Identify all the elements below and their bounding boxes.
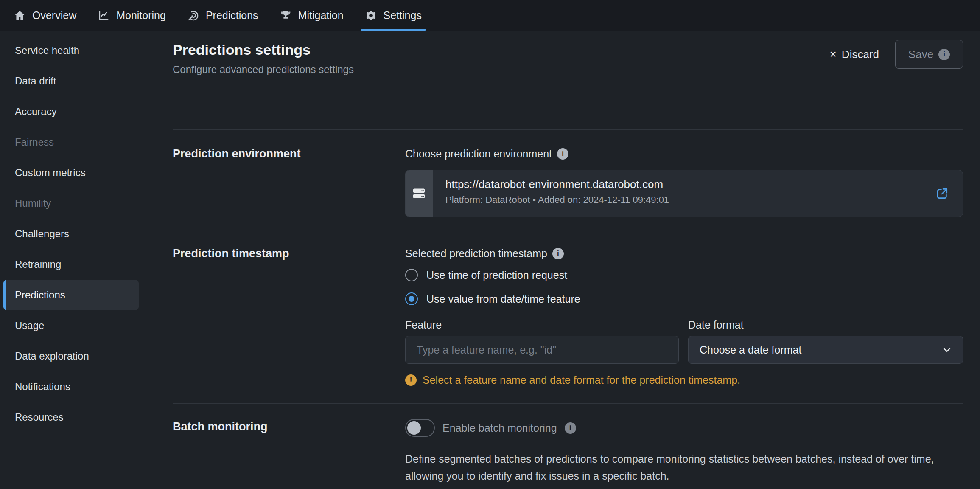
toggle-label: Enable batch monitoring bbox=[442, 422, 557, 434]
environment-url: https://datarobot-environment.datarobot.… bbox=[445, 177, 922, 191]
home-icon bbox=[14, 9, 26, 22]
sidebar-item-predictions[interactable]: Predictions bbox=[3, 280, 139, 310]
field-label-timestamp: Selected prediction timestamp i bbox=[405, 246, 963, 261]
sidebar-item-accuracy[interactable]: Accuracy bbox=[3, 96, 139, 127]
server-icon bbox=[413, 188, 426, 199]
section-prediction-environment: Prediction environment Choose prediction… bbox=[173, 130, 963, 230]
environment-icon-strip bbox=[406, 170, 433, 217]
radio-button-selected[interactable] bbox=[405, 292, 418, 305]
close-icon: × bbox=[830, 48, 837, 60]
sidebar-item-fairness[interactable]: Fairness bbox=[3, 127, 139, 157]
batch-monitoring-toggle[interactable] bbox=[405, 419, 435, 437]
chart-line-icon bbox=[98, 9, 110, 22]
section-title: Prediction timestamp bbox=[173, 246, 405, 386]
sidebar-item-challengers[interactable]: Challengers bbox=[3, 219, 139, 249]
sidebar: Service health Data drift Accuracy Fairn… bbox=[0, 31, 159, 489]
sidebar-item-data-drift[interactable]: Data drift bbox=[3, 66, 139, 96]
tab-monitoring[interactable]: Monitoring bbox=[95, 0, 168, 31]
feature-label: Feature bbox=[405, 317, 679, 332]
timestamp-warning: ! Select a feature name and date format … bbox=[405, 374, 963, 386]
section-batch-monitoring: Batch monitoring Enable batch monitoring… bbox=[173, 404, 963, 489]
discard-button[interactable]: × Discard bbox=[830, 48, 879, 61]
tab-label: Settings bbox=[384, 9, 422, 22]
info-icon[interactable]: i bbox=[552, 248, 564, 259]
tab-mitigation[interactable]: Mitigation bbox=[277, 0, 346, 31]
sidebar-item-data-exploration[interactable]: Data exploration bbox=[3, 341, 139, 371]
gear-icon bbox=[365, 9, 377, 22]
main-content: Predictions settings Configure advanced … bbox=[159, 31, 980, 489]
radio-option-request-time[interactable]: Use time of prediction request bbox=[405, 269, 963, 281]
tab-label: Overview bbox=[32, 9, 76, 22]
chevron-down-icon bbox=[941, 344, 952, 355]
section-title: Prediction environment bbox=[173, 146, 405, 217]
save-button[interactable]: Save i bbox=[895, 40, 963, 69]
info-icon[interactable]: i bbox=[557, 148, 568, 160]
tab-settings[interactable]: Settings bbox=[362, 0, 424, 31]
feature-input[interactable] bbox=[405, 336, 679, 364]
sidebar-item-notifications[interactable]: Notifications bbox=[3, 371, 139, 402]
environment-info: https://datarobot-environment.datarobot.… bbox=[433, 170, 922, 217]
external-link-icon[interactable] bbox=[935, 187, 949, 200]
tab-predictions[interactable]: Predictions bbox=[185, 0, 261, 31]
sidebar-item-humility[interactable]: Humility bbox=[3, 188, 139, 219]
toggle-knob bbox=[407, 421, 421, 435]
field-label-environment: Choose prediction environment i bbox=[405, 146, 963, 161]
info-icon[interactable]: i bbox=[565, 422, 576, 434]
sidebar-item-custom-metrics[interactable]: Custom metrics bbox=[3, 157, 139, 188]
radio-button[interactable] bbox=[405, 269, 418, 281]
tab-label: Predictions bbox=[206, 9, 258, 22]
trophy-icon bbox=[280, 9, 292, 22]
top-nav: Overview Monitoring Predictions Mitigati… bbox=[0, 0, 980, 31]
tab-label: Mitigation bbox=[298, 9, 344, 22]
tab-overview[interactable]: Overview bbox=[11, 0, 79, 31]
target-spiral-icon bbox=[187, 9, 199, 22]
header-actions: × Discard Save i bbox=[830, 40, 963, 69]
warning-icon: ! bbox=[405, 374, 417, 386]
info-icon: i bbox=[938, 49, 950, 60]
sidebar-item-service-health[interactable]: Service health bbox=[3, 35, 139, 66]
radio-option-datetime-feature[interactable]: Use value from date/time feature bbox=[405, 292, 963, 305]
sidebar-item-retraining[interactable]: Retraining bbox=[3, 249, 139, 280]
sidebar-item-usage[interactable]: Usage bbox=[3, 310, 139, 341]
date-format-select[interactable]: Choose a date format bbox=[688, 336, 963, 364]
environment-meta: Platform: DataRobot • Added on: 2024-12-… bbox=[445, 194, 922, 206]
sidebar-item-resources[interactable]: Resources bbox=[3, 402, 139, 433]
section-prediction-timestamp: Prediction timestamp Selected prediction… bbox=[173, 230, 963, 403]
tab-label: Monitoring bbox=[116, 9, 166, 22]
section-title: Batch monitoring bbox=[173, 419, 405, 484]
date-format-label: Date format bbox=[688, 317, 963, 332]
environment-card[interactable]: https://datarobot-environment.datarobot.… bbox=[405, 170, 963, 217]
batch-description: Define segmented batches of predictions … bbox=[405, 450, 963, 484]
